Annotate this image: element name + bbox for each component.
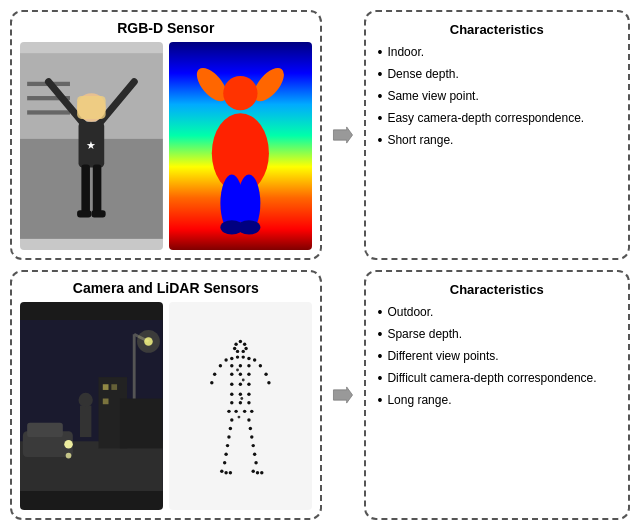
svg-point-72	[247, 392, 250, 395]
svg-point-60	[267, 381, 270, 384]
svg-point-73	[230, 401, 233, 404]
bottom-row: Camera and LiDAR Sensors	[10, 270, 630, 520]
rgbd-sensor-box: RGB-D Sensor	[10, 10, 322, 260]
svg-point-48	[241, 350, 244, 353]
svg-point-82	[227, 435, 230, 438]
svg-rect-39	[80, 405, 91, 436]
svg-point-81	[228, 427, 231, 430]
bottom-char-item-2: Sparse depth.	[378, 325, 617, 345]
svg-point-86	[247, 418, 250, 421]
svg-rect-11	[81, 164, 90, 214]
top-char-item-2: Dense depth.	[378, 65, 617, 85]
svg-point-79	[250, 409, 253, 412]
svg-point-28	[64, 440, 73, 449]
lidar-sensor-box: Camera and LiDAR Sensors	[10, 270, 322, 520]
svg-point-69	[247, 382, 250, 385]
svg-point-46	[244, 347, 247, 350]
svg-point-61	[230, 364, 233, 367]
svg-rect-12	[93, 164, 102, 214]
svg-point-47	[236, 350, 239, 353]
svg-rect-36	[103, 384, 109, 390]
svg-point-52	[241, 355, 244, 358]
svg-point-44	[243, 342, 246, 345]
svg-rect-35	[120, 398, 163, 448]
svg-point-99	[242, 378, 245, 381]
svg-rect-13	[77, 210, 91, 217]
svg-point-83	[226, 444, 229, 447]
top-row: RGB-D Sensor	[10, 10, 630, 260]
svg-point-75	[247, 401, 250, 404]
svg-point-49	[224, 358, 227, 361]
top-arrow-connector	[332, 124, 354, 146]
top-characteristics-box: Characteristics Indoor. Dense depth. Sam…	[364, 10, 631, 260]
top-char-title: Characteristics	[378, 22, 617, 37]
svg-rect-37	[111, 384, 117, 390]
svg-point-91	[254, 461, 257, 464]
svg-rect-27	[27, 423, 63, 437]
svg-point-54	[253, 358, 256, 361]
svg-point-58	[264, 372, 267, 375]
rgbd-title: RGB-D Sensor	[117, 20, 214, 36]
svg-rect-41	[169, 320, 312, 491]
top-char-item-1: Indoor.	[378, 43, 617, 63]
svg-point-17	[223, 76, 257, 110]
svg-point-78	[243, 409, 246, 412]
top-char-item-3: Same view point.	[378, 87, 617, 107]
svg-point-70	[230, 392, 233, 395]
svg-point-50	[230, 357, 233, 360]
top-char-item-4: Easy camera-depth correspondence.	[378, 109, 617, 129]
bottom-char-item-1: Outdoor.	[378, 303, 617, 323]
svg-point-76	[227, 409, 230, 412]
svg-marker-23	[333, 126, 352, 142]
lidar-dots	[169, 302, 312, 510]
svg-point-18	[212, 113, 269, 193]
svg-point-55	[218, 364, 221, 367]
svg-point-66	[247, 372, 250, 375]
bottom-char-title: Characteristics	[378, 282, 617, 297]
svg-point-43	[234, 342, 237, 345]
rgbd-images: ★	[20, 42, 312, 250]
svg-point-96	[256, 471, 259, 474]
svg-point-98	[236, 368, 239, 371]
svg-point-89	[251, 444, 254, 447]
top-char-list: Indoor. Dense depth. Same view point. Ea…	[378, 43, 617, 153]
svg-point-90	[253, 452, 256, 455]
svg-point-59	[210, 381, 213, 384]
svg-text:★: ★	[86, 138, 96, 150]
svg-point-42	[238, 340, 241, 343]
svg-point-71	[238, 392, 241, 395]
svg-point-88	[250, 435, 253, 438]
svg-point-51	[236, 355, 239, 358]
svg-rect-38	[103, 398, 109, 404]
svg-point-95	[251, 469, 254, 472]
svg-point-57	[258, 364, 261, 367]
bottom-char-list: Outdoor. Sparse depth. Different view po…	[378, 303, 617, 413]
svg-point-93	[224, 471, 227, 474]
svg-point-65	[238, 372, 241, 375]
svg-point-64	[230, 372, 233, 375]
svg-point-67	[230, 382, 233, 385]
svg-point-63	[247, 364, 250, 367]
svg-point-74	[238, 401, 241, 404]
svg-point-68	[238, 382, 241, 385]
svg-point-94	[228, 471, 231, 474]
svg-point-56	[213, 372, 216, 375]
bottom-characteristics-box: Characteristics Outdoor. Sparse depth. D…	[364, 270, 631, 520]
lidar-images	[20, 302, 312, 510]
svg-rect-10	[77, 96, 106, 119]
svg-point-77	[234, 409, 237, 412]
svg-point-97	[260, 471, 263, 474]
svg-point-22	[237, 220, 260, 234]
svg-point-100	[237, 415, 240, 418]
svg-point-84	[224, 452, 227, 455]
main-container: RGB-D Sensor	[10, 10, 630, 520]
lidar-title: Camera and LiDAR Sensors	[73, 280, 259, 296]
bottom-char-item-4: Difficult camera-depth correspondence.	[378, 369, 617, 389]
depth-image	[169, 42, 312, 250]
top-char-item-5: Short range.	[378, 131, 617, 151]
svg-point-87	[248, 427, 251, 430]
night-photo	[20, 302, 163, 510]
person-photo: ★	[20, 42, 163, 250]
svg-rect-4	[27, 110, 70, 114]
bottom-arrow-connector	[332, 384, 354, 406]
